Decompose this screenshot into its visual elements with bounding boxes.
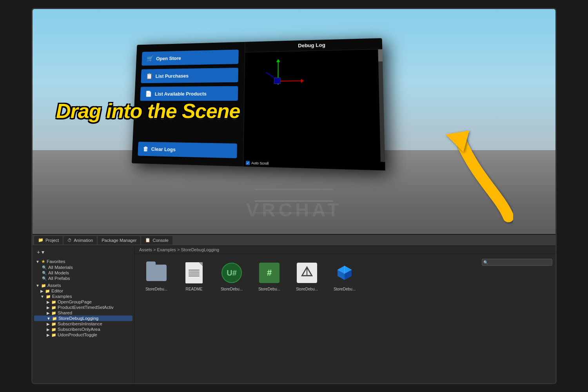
tab-animation[interactable]: ⏱ Animation	[64, 236, 97, 245]
list-products-button[interactable]: 📄 List Available Products	[140, 86, 238, 101]
udon-label: UdonProductToggle	[58, 332, 97, 337]
chevron-down-icon-assets: ▼	[36, 283, 40, 288]
all-prefabs-label: All Prefabs	[48, 276, 70, 281]
axis-visualization	[256, 59, 304, 98]
asset-item-folder[interactable]: StoreDebu...	[141, 260, 172, 291]
asset-grid: StoreDebu... README	[134, 254, 555, 383]
doc-shape	[185, 262, 203, 283]
list-icon: 📋	[146, 73, 153, 80]
all-models-label: All Models	[48, 270, 69, 275]
editor-body: + ▾ ▼ ★ Favorites 🔍 All Materials	[33, 246, 555, 383]
asset-item-unity[interactable]: StoreDebu...	[291, 260, 323, 291]
doc-line-4	[189, 276, 200, 276]
sidebar-item-all-prefabs[interactable]: 🔍 All Prefabs	[34, 276, 132, 281]
open-group-page-label: OpenGroupPage	[58, 299, 92, 304]
editor-label: Editor	[51, 289, 63, 293]
trash-icon: 🗑	[143, 145, 148, 152]
axis-cube	[274, 78, 280, 84]
subscribers-only-label: SubscribersOnlyArea	[58, 327, 100, 332]
all-materials-label: All Materials	[48, 265, 73, 270]
chevron-down-icon-sd: ▼	[47, 316, 51, 321]
panel-right: Debug Log ✓ Auto Scroll	[243, 38, 385, 171]
list-purchases-button[interactable]: 📋 List Purchases	[141, 68, 238, 83]
chevron-right-icon-5: ▶	[47, 322, 50, 326]
scene-background: VRCHAT 🛒 Open Store 📋 List Purchases 📄 L…	[33, 9, 555, 252]
doc-icon: 📄	[145, 91, 152, 97]
project-tab-icon: 📁	[38, 238, 44, 243]
tab-project[interactable]: 📁 Project	[34, 236, 63, 245]
sidebar-item-shared[interactable]: ▶ 📁 Shared	[34, 310, 132, 316]
sidebar-item-store-debug[interactable]: ▼ 📁 StoreDebugLogging	[34, 316, 132, 321]
asset-label-usharp: StoreDebu...	[221, 287, 243, 291]
editor-tabs: 📁 Project ⏱ Animation Package Manager 📋 …	[33, 235, 555, 246]
store-debug-label: StoreDebugLogging	[58, 316, 98, 321]
folder-icon-sd: 📁	[52, 316, 57, 321]
sidebar-item-editor[interactable]: ▶ 📁 Editor	[34, 288, 132, 294]
doc-line-3	[189, 274, 200, 274]
asset-label-hash: StoreDebu...	[258, 287, 280, 291]
shared-label: Shared	[58, 310, 72, 315]
chevron-right-icon-7: ▶	[47, 333, 50, 337]
asset-item-usharp[interactable]: U# StoreDebu...	[216, 260, 247, 291]
chevron-right-icon-3: ▶	[47, 305, 50, 310]
unity-shape	[297, 263, 317, 283]
sidebar-item-subscribers-only[interactable]: ▶ 📁 SubscribersOnlyArea	[34, 327, 132, 332]
debug-scrollbar[interactable]	[378, 49, 385, 162]
project-tab-label: Project	[45, 238, 59, 243]
sidebar-item-assets[interactable]: ▼ 📁 Assets	[34, 283, 132, 288]
tab-package-manager[interactable]: Package Manager	[98, 236, 140, 245]
search-input[interactable]	[482, 259, 552, 266]
folder-icon-so: 📁	[51, 327, 56, 332]
sidebar-item-favorites[interactable]: ▼ ★ Favorites	[34, 258, 132, 265]
sidebar-item-open-group-page[interactable]: ▶ 📁 OpenGroupPage	[34, 299, 132, 305]
chevron-down-icon-examples: ▼	[40, 294, 44, 299]
sidebar-item-product-event[interactable]: ▶ 📁 ProductEventTimedSetActiv	[34, 305, 132, 310]
chevron-right-icon-6: ▶	[47, 327, 50, 332]
sidebar-item-all-models[interactable]: 🔍 All Models	[34, 270, 132, 276]
add-asset-button[interactable]: + ▾	[36, 249, 45, 256]
console-tab-icon: 📋	[145, 238, 151, 243]
autoscroll-control[interactable]: ✓ Auto Scroll	[246, 161, 269, 165]
hash-shape: #	[259, 263, 279, 283]
folder-shape	[146, 265, 167, 281]
breadcrumb: Assets > Examples > StoreDebugLogging	[134, 246, 555, 254]
clear-logs-label: Clear Logs	[151, 146, 176, 152]
x-axis	[278, 80, 301, 82]
autoscroll-label: Auto Scroll	[251, 161, 269, 166]
readme-asset-icon	[181, 260, 207, 285]
folder-icon-si: 📁	[51, 322, 56, 326]
product-event-label: ProductEventTimedSetActiv	[58, 305, 114, 310]
subscribers-instance-label: SubscribersInInstance	[58, 321, 102, 326]
asset-label-readme: README	[186, 287, 203, 291]
prefab-asset-icon	[332, 260, 357, 285]
animation-tab-icon: ⏱	[67, 238, 72, 243]
doc-line-2	[189, 272, 200, 272]
hash-asset-icon: #	[257, 260, 282, 285]
tab-console[interactable]: 📋 Console	[141, 236, 172, 245]
list-purchases-label: List Purchases	[155, 73, 189, 79]
sidebar-item-examples[interactable]: ▼ 📁 Examples	[34, 294, 132, 299]
search-icon: 🔍	[42, 265, 47, 270]
animation-tab-label: Animation	[74, 238, 93, 243]
assets-section: ▼ 📁 Assets ▶ 📁 Editor ▼ 📁 Example	[34, 283, 132, 338]
folder-asset-icon	[144, 260, 169, 285]
open-store-button[interactable]: 🛒 Open Store	[142, 49, 239, 65]
package-manager-tab-label: Package Manager	[102, 238, 136, 243]
sidebar-tree: ▼ ★ Favorites 🔍 All Materials 🔍 All Mode…	[33, 258, 134, 338]
asset-label-prefab: StoreDebu...	[334, 287, 356, 291]
floor-watermark: VRCHAT	[246, 199, 342, 221]
sidebar-item-subscribers-instance[interactable]: ▶ 📁 SubscribersInInstance	[34, 321, 132, 327]
asset-item-hash[interactable]: # StoreDebu...	[254, 260, 285, 291]
asset-item-readme[interactable]: README	[178, 260, 210, 291]
search-icon-3: 🔍	[42, 276, 47, 281]
scrollbar-thumb	[378, 49, 383, 62]
sidebar-item-all-materials[interactable]: 🔍 All Materials	[34, 265, 132, 270]
sidebar-item-udon[interactable]: ▶ 📁 UdonProductToggle	[34, 332, 132, 338]
asset-item-prefab[interactable]: StoreDebu...	[329, 260, 360, 291]
autoscroll-checkbox[interactable]: ✓	[246, 161, 250, 165]
examples-label: Examples	[52, 294, 72, 299]
clear-logs-button[interactable]: 🗑 Clear Logs	[138, 142, 237, 158]
chevron-right-icon-2: ▶	[47, 300, 50, 304]
asset-label-folder: StoreDebu...	[145, 287, 167, 291]
favorites-label: Favorites	[47, 259, 65, 264]
